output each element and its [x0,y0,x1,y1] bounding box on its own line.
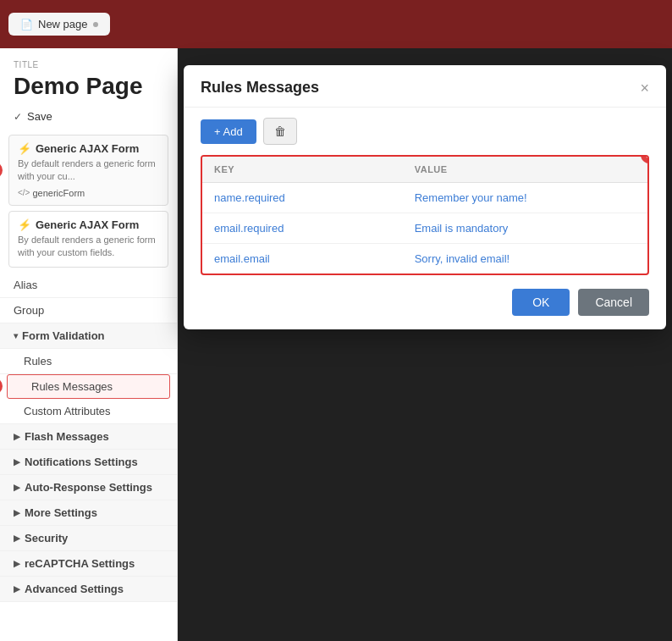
sidebar-item-group[interactable]: Group [0,298,177,323]
delete-button[interactable]: 🗑 [263,118,297,145]
modal-title: Rules Messages [201,79,319,97]
main-content: Rules Messages × + Add 🗑 3 [178,48,672,641]
save-label: Save [27,110,52,123]
caret-right-icon-2: ▶ [14,457,20,467]
add-button[interactable]: + Add [201,119,256,144]
sidebar-item-rules[interactable]: Rules [0,349,177,374]
lightning-icon-2: ⚡ [18,218,31,231]
component-card-2: ⚡ Generic AJAX Form By default renders a… [8,211,168,268]
table-cell-value: Email is mandatory [403,213,647,244]
col-value: VALUE [403,157,647,183]
col-key: KEY [202,157,403,183]
page-title: Demo Page [0,71,177,107]
badge-1: 1 [0,162,3,179]
trash-icon: 🗑 [274,124,286,138]
sidebar-item-security[interactable]: ▶ Security [0,526,177,551]
sidebar-item-advanced[interactable]: ▶ Advanced Settings [0,577,177,602]
check-icon: ✓ [14,111,22,123]
caret-right-icon: ▶ [14,432,20,441]
sidebar-item-alias[interactable]: Alias [0,273,177,298]
component-desc: By default renders a generic form with y… [18,157,159,184]
table-cell-value: Remember your name! [403,183,647,213]
table-row[interactable]: email.emailSorry, invalid email! [202,244,647,274]
rules-table-wrapper: 3 KEY VALUE name.requiredRemember your n… [201,155,649,275]
title-label: TITLE [0,48,177,71]
component-title-2: ⚡ Generic AJAX Form [18,218,159,231]
table-cell-key: email.email [202,244,403,274]
main-layout: TITLE Demo Page ✓ Save 1 ⚡ Generic AJAX … [0,48,672,641]
component-desc-2: By default renders a generic form with y… [18,234,159,260]
caret-right-icon-3: ▶ [14,483,20,492]
sidebar-item-notifications[interactable]: ▶ Notifications Settings [0,450,177,475]
table-row[interactable]: name.requiredRemember your name! [202,183,647,213]
caret-right-icon-6: ▶ [14,559,20,568]
sidebar-item-flash-messages[interactable]: ▶ Flash Messages [0,424,177,450]
modal-toolbar: + Add 🗑 [184,108,666,155]
sidebar-item-rules-messages[interactable]: 2 Rules Messages [7,374,170,399]
tab-label: New page [38,18,88,30]
sidebar-item-recaptcha[interactable]: ▶ reCAPTCHA Settings [0,551,177,577]
caret-right-icon-7: ▶ [14,584,20,594]
component-card: 1 ⚡ Generic AJAX Form By default renders… [8,135,168,206]
sidebar-item-custom-attributes[interactable]: Custom Attributes [0,399,177,424]
sidebar-item-autoresponse[interactable]: ▶ Auto-Response Settings [0,475,177,500]
caret-down-icon: ▾ [14,331,18,340]
table-row[interactable]: email.requiredEmail is mandatory [202,213,647,244]
new-page-tab[interactable]: 📄 New page [8,13,110,36]
modal-overlay: Rules Messages × + Add 🗑 3 [178,48,672,641]
component-title: ⚡ Generic AJAX Form [18,142,159,155]
sidebar-item-more-settings[interactable]: ▶ More Settings [0,500,177,526]
tab-dot [93,22,98,27]
sidebar: TITLE Demo Page ✓ Save 1 ⚡ Generic AJAX … [0,48,178,641]
modal-footer: OK Cancel [184,275,666,329]
sidebar-item-form-validation[interactable]: ▾ Form Validation [0,323,177,349]
top-bar: 📄 New page [0,0,672,48]
table-cell-key: name.required [202,183,403,213]
save-button[interactable]: ✓ Save [0,107,177,130]
rules-messages-modal: Rules Messages × + Add 🗑 3 [184,65,666,329]
rules-table: KEY VALUE name.requiredRemember your nam… [202,157,647,274]
ok-button[interactable]: OK [512,289,570,316]
page-icon: 📄 [20,19,33,30]
close-button[interactable]: × [640,80,649,96]
table-cell-value: Sorry, invalid email! [403,244,647,274]
component-tag: </> genericForm [18,188,159,198]
table-cell-key: email.required [202,213,403,244]
caret-right-icon-4: ▶ [14,508,20,517]
lightning-icon: ⚡ [18,142,31,155]
code-icon: </> [18,188,30,197]
modal-header: Rules Messages × [184,65,666,108]
caret-right-icon-5: ▶ [14,533,20,543]
cancel-button[interactable]: Cancel [578,289,649,316]
badge-2: 2 [0,378,3,395]
